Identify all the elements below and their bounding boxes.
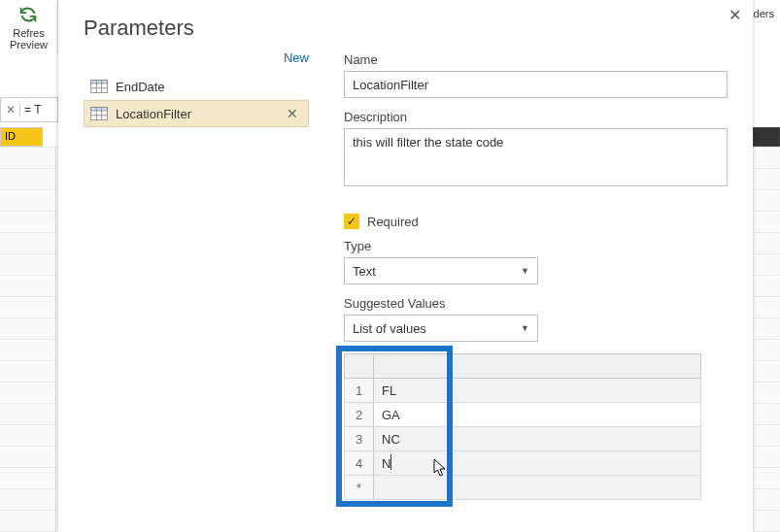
formula-cancel-icon[interactable]: ✕ <box>1 103 20 116</box>
background-grid-left <box>0 147 56 532</box>
ribbon-refresh-button[interactable]: Refres Preview <box>0 0 58 54</box>
close-icon[interactable]: ✕ <box>729 6 741 24</box>
table-row-new[interactable]: * <box>345 476 701 500</box>
param-item-locationfilter[interactable]: LocationFilter ✕ <box>84 100 309 127</box>
type-label: Type <box>344 239 728 253</box>
table-row[interactable]: 2GA <box>345 403 701 427</box>
column-header-id[interactable]: ID <box>0 127 43 147</box>
required-checkbox[interactable]: ✓ <box>344 214 359 229</box>
param-item-label: EndDate <box>116 80 165 94</box>
table-row[interactable]: 3NC <box>345 427 701 451</box>
type-select-value: Text <box>353 264 376 279</box>
new-parameter-link[interactable]: New <box>84 50 309 65</box>
values-header-rownum <box>345 354 374 379</box>
delete-param-icon[interactable]: ✕ <box>283 106 302 121</box>
name-input[interactable] <box>344 71 728 98</box>
param-item-label: LocationFilter <box>116 107 191 121</box>
table-icon <box>90 80 108 93</box>
chevron-down-icon: ▼ <box>521 323 529 333</box>
refresh-icon <box>17 4 39 25</box>
table-icon <box>90 107 108 120</box>
background-grid-right <box>753 127 780 532</box>
type-select[interactable]: Text ▼ <box>344 257 538 284</box>
table-row[interactable]: 1FL <box>345 379 701 403</box>
svg-rect-1 <box>91 80 108 83</box>
table-row[interactable]: 4N <box>345 451 701 476</box>
suggested-values-label: Suggested Values <box>344 296 728 311</box>
name-label: Name <box>344 52 728 67</box>
parameter-list-panel: New EndDate LocationFilter ✕ <box>84 50 309 500</box>
suggested-values-select[interactable]: List of values ▼ <box>344 315 538 342</box>
description-input[interactable] <box>344 128 728 186</box>
description-label: Description <box>344 110 728 124</box>
parameter-form: Name Description ✓ Required Type Text ▼ … <box>344 50 728 500</box>
parameters-dialog: ✕ Parameters New EndDate LocationFilter … <box>58 0 753 532</box>
param-item-enddate[interactable]: EndDate <box>84 73 309 100</box>
dialog-title: Parameters <box>58 0 753 50</box>
formula-text: = T <box>20 103 57 116</box>
values-header-value <box>374 354 701 379</box>
chevron-down-icon: ▼ <box>521 266 529 276</box>
svg-rect-6 <box>91 107 108 111</box>
formula-bar[interactable]: ✕ = T <box>0 97 58 122</box>
suggested-values-select-value: List of values <box>353 321 426 336</box>
required-label: Required <box>367 215 419 229</box>
ribbon-refresh-label: Refres Preview <box>0 27 57 50</box>
values-table[interactable]: 1FL 2GA 3NC 4N * <box>344 353 701 500</box>
